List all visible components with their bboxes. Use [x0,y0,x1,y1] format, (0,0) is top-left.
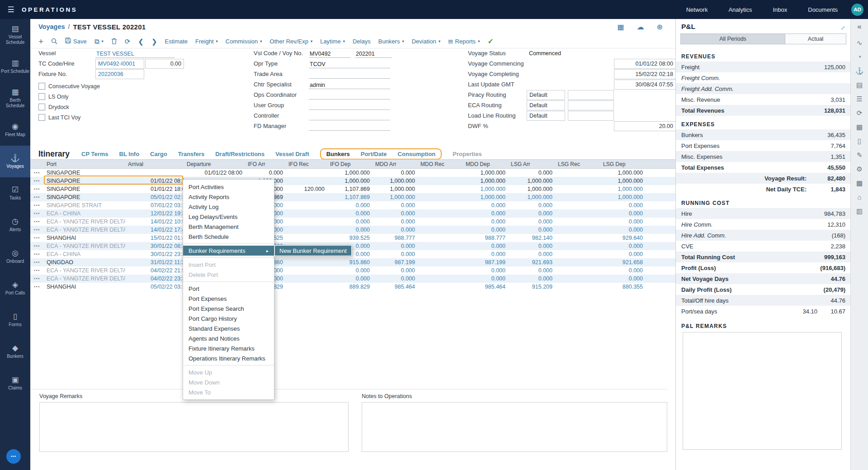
freight-button[interactable]: Freight▾ [195,38,218,45]
bar-chart-icon[interactable]: ▥ [856,208,863,214]
itinerary-row[interactable]: •••SINGAPORE01/01/22 08:000.0001,000.000… [30,169,675,177]
itinerary-row[interactable]: •••ECA - YANGTZE RIVER DELTA04/02/22 21:… [30,266,675,275]
tc-hire-rate-field[interactable]: 0.00 [145,59,184,69]
document-icon[interactable]: ▯ [858,138,861,144]
tab-properties[interactable]: Properties [453,151,481,157]
donut-chart-icon[interactable]: ◔ [857,53,861,60]
voyage-remarks-input[interactable] [39,402,349,452]
calculator-icon[interactable]: ▩ [856,180,863,186]
row-handle[interactable]: ••• [30,169,44,177]
topbar-link-inbox[interactable]: Inbox [773,6,787,13]
tab-bl-info[interactable]: BL Info [119,151,140,157]
row-handle[interactable]: ••• [30,218,44,226]
row-handle[interactable]: ••• [30,250,44,258]
menu-item-agents-and-notices[interactable]: Agents and Notices [183,333,274,343]
expand-icon[interactable]: ↔ [837,22,847,32]
menu-item-bunker-requirements[interactable]: Bunker Requirements▸ [183,246,274,256]
reports-button[interactable]: ▤Reports▾ [448,38,480,45]
itinerary-row[interactable]: •••QINGDAO31/01/22 11:30915.860915.86098… [30,258,675,266]
card-icon[interactable]: ▤ [856,81,863,88]
grid-view-icon[interactable]: ▦ [617,23,624,31]
vsl-code-field[interactable]: MV0492 [309,48,350,58]
row-handle[interactable]: ••• [30,242,44,250]
search-icon[interactable] [51,38,57,44]
chtr-specialist-field[interactable]: admin [309,80,390,89]
col-header-mdo-dep[interactable]: MDO Dep [463,161,508,167]
topbar-link-documents[interactable]: Documents [808,6,838,13]
itinerary-row[interactable]: •••SHANGHAI15/01/22 01:40939.525939.5259… [30,234,675,242]
grid-icon[interactable]: ▦ [856,123,863,130]
sidebar-item-berth-schedule[interactable]: ▦Berth Schedule [0,82,30,114]
checkbox-consecutive-voyage[interactable]: Consecutive Voyage [38,81,184,91]
delete-icon[interactable] [111,38,117,44]
sidebar-item-port-schedule[interactable]: ▥Port Schedule [0,51,30,82]
piracy-routing-field[interactable]: Default [527,90,565,100]
sidebar-item-vessel-schedule[interactable]: ▤Vessel Schedule [0,19,30,51]
ship-icon[interactable]: ⚓ [855,67,864,74]
sidebar-item-claims[interactable]: ▣Claims [0,367,30,399]
menu-item-port-expenses[interactable]: Port Expenses [183,294,274,304]
menu-item-port[interactable]: Port [183,284,274,294]
home-icon[interactable]: ⌂ [857,194,861,200]
sidebar-item-tasks[interactable]: ☑Tasks [0,177,30,209]
tab-transfers[interactable]: Transfers [178,151,205,157]
menu-item-activity-log[interactable]: Activity Log [183,202,274,212]
hamburger-menu-icon[interactable]: ☰ [0,5,22,14]
tab-consumption[interactable]: Consumption [398,151,436,157]
menu-item-port-activities[interactable]: Port Activities [183,182,274,192]
itinerary-row[interactable]: •••ECA - CHINA30/01/22 23:300.0000.0000.… [30,250,675,258]
row-handle[interactable]: ••• [30,234,44,242]
tab-bunkers[interactable]: Bunkers [326,151,350,157]
row-handle[interactable]: ••• [30,283,44,291]
menu-item-new-bunker-requirement[interactable]: New Bunker Requirement [275,246,351,256]
sidebar-item-alerts[interactable]: ◷Alerts [0,209,30,241]
checkbox-ls-only[interactable]: LS Only [38,91,184,102]
itinerary-row[interactable]: •••ECA - YANGTZE RIVER DELTA30/01/22 08:… [30,242,675,250]
chat-bubble-button[interactable]: ••• [6,449,21,464]
col-header-lsg-rec[interactable]: LSG Rec [555,161,600,167]
tab-vessel-draft[interactable]: Vessel Draft [275,151,309,157]
vessel-field[interactable]: TEST VESSEL [95,48,175,58]
col-header-lsg-arr[interactable]: LSG Arr [508,161,555,167]
deviation-button[interactable]: Deviation▾ [412,38,440,45]
col-header-lsg-dep[interactable]: LSG Dep [600,161,646,167]
voy-no-field[interactable]: 202201 [355,48,392,58]
avatar[interactable]: AD [851,4,863,16]
save-button[interactable]: Save [65,38,87,45]
sidebar-item-voyages[interactable]: ⚓Voyages [0,146,30,177]
itinerary-row[interactable]: •••SINGAPORE STRAIT07/01/22 03:300.0000.… [30,201,675,209]
row-handle[interactable]: ••• [30,275,44,283]
estimate-button[interactable]: Estimate [165,38,188,45]
checkbox-last-tci-voy[interactable]: Last TCI Voy [38,112,184,123]
trade-area-field[interactable] [309,69,390,79]
col-header-departure[interactable]: Departure [184,161,245,167]
itinerary-row[interactable]: •••SINGAPORE05/01/22 02:301,107.8691,107… [30,193,675,201]
itinerary-row[interactable]: •••SINGAPORE01/01/22 18:001,000.000120.0… [30,185,675,193]
edit-icon[interactable]: ✎ [857,152,863,158]
tc-code-field[interactable]: MV0492-I0001 [95,59,144,69]
menu-item-berth-schedule[interactable]: Berth Schedule [183,232,274,242]
tab-cp-terms[interactable]: CP Terms [81,151,108,157]
tab-cargo[interactable]: Cargo [150,151,167,157]
menu-item-leg-delays-events[interactable]: Leg Delays/Events [183,212,274,222]
eca-routing-field[interactable]: Default [527,100,565,110]
menu-item-port-cargo-history[interactable]: Port Cargo History [183,313,274,323]
checkbox-drydock[interactable]: Drydock [38,102,184,112]
next-icon[interactable]: ❯ [151,38,157,45]
copy-button[interactable]: ⧉ ▾ [94,38,104,45]
topbar-link-network[interactable]: Network [686,6,708,13]
row-handle[interactable]: ••• [30,185,44,193]
topbar-link-analytics[interactable]: Analytics [728,6,752,13]
breadcrumb-voyages[interactable]: Voyages [38,23,65,30]
col-header-mdo-arr[interactable]: MDO Arr [373,161,418,167]
sidebar-item-bunkers[interactable]: ◆Bunkers [0,336,30,367]
checkbox[interactable] [38,83,45,90]
sidebar-item-port-calls[interactable]: ◈Port Calls [0,272,30,304]
row-handle[interactable]: ••• [30,177,44,185]
eca-routing-field-2[interactable] [568,100,614,110]
other-rev-exp-button[interactable]: Other Rev/Exp▾ [270,38,313,45]
tab-draft-restrictions[interactable]: Draft/Restrictions [215,151,264,157]
row-handle[interactable]: ••• [30,209,44,218]
itinerary-row[interactable]: •••SINGAPORE01/01/22 08:001,000.0001,000… [30,177,675,185]
controller-field[interactable] [309,111,390,120]
